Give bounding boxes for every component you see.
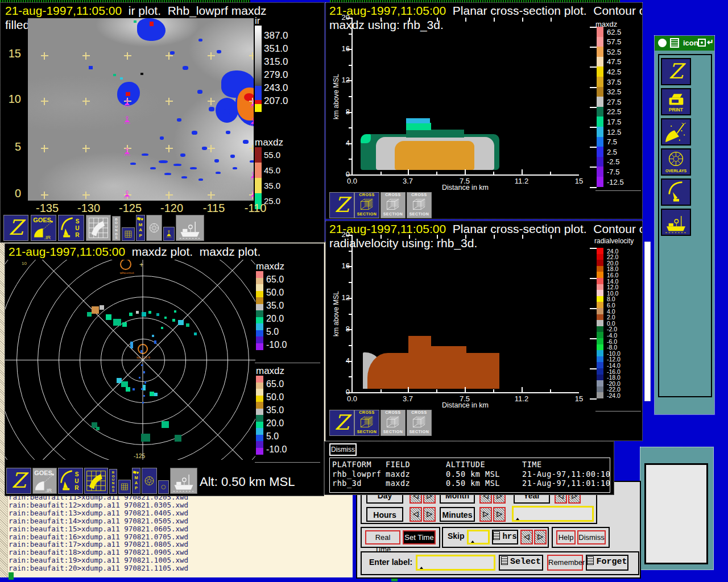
xsec-maxdz-colorbar-label: 32.5 <box>607 88 621 96</box>
table-dismiss-button[interactable]: Dismiss <box>329 443 357 456</box>
zeb-logo-button[interactable]: Z <box>3 215 28 241</box>
cross-label: CROSS <box>407 193 431 197</box>
x-tick-label: 3.7 <box>398 177 418 185</box>
small-grid-button[interactable] <box>118 480 131 494</box>
hours-back-button[interactable]: ◁ <box>410 507 422 522</box>
window-dot-button[interactable] <box>698 39 706 47</box>
contour-tower-22p5 <box>406 130 464 138</box>
minutes-back-button[interactable]: ▷ <box>479 507 492 522</box>
map-button[interactable]: MAP <box>136 215 145 241</box>
skip-field[interactable]: 1 <box>467 530 490 544</box>
range-circle-button[interactable] <box>158 480 169 494</box>
bounds-button[interactable]: BOUNDS <box>112 216 121 241</box>
terminal-line: rain:beaufait:20>xdump.a11 970821.1105.x… <box>9 564 188 572</box>
label-field-value: History Mode <box>433 570 477 571</box>
ship-button[interactable] <box>661 209 691 236</box>
xsec-maxdz-colorbar-segment <box>597 47 603 57</box>
svg-text:M: M <box>134 475 138 480</box>
ppi-radar-display[interactable]: 10 + who+m+t bc-125-9 -125 <box>5 260 255 460</box>
select-button[interactable]: Select <box>499 555 543 571</box>
radar-grid-button[interactable] <box>84 468 108 494</box>
time-field[interactable]: 21-Aug-97,11:05:00 <box>512 506 594 522</box>
ppi-colorbar-segment <box>256 336 263 343</box>
zeb-logo-button[interactable]: Z <box>329 410 354 436</box>
cross-section-button[interactable]: CROSSSECTION <box>407 192 432 218</box>
radar-echo <box>106 314 111 320</box>
real-time-button[interactable]: Real Time <box>365 530 400 544</box>
top-tick <box>380 18 382 22</box>
ir-title-text: ir plot. Rhb_lowprf maxdz <box>122 4 266 17</box>
surveillance-radar-icon: SUR <box>59 215 84 240</box>
xsec-maxdz-colorbar-segment <box>597 57 603 67</box>
svg-text:S: S <box>75 471 79 477</box>
window-menu-icon[interactable] <box>658 39 667 47</box>
print-button[interactable]: PRINT <box>661 88 691 115</box>
bounds-button[interactable]: BOUNDS <box>109 469 117 494</box>
control-dismiss-button[interactable]: Dismiss <box>577 530 606 544</box>
skip-forward-button[interactable]: ▷ <box>534 530 547 544</box>
xsec-maxdz-colorbar-label: 37.5 <box>607 78 621 86</box>
ir-satellite-image[interactable] <box>28 18 254 201</box>
window-restore-icon[interactable]: ↵ <box>707 38 714 47</box>
buoy-marker-icon <box>250 190 254 199</box>
hours-button[interactable]: Hours <box>366 507 403 522</box>
icon-window-titlebar[interactable]: icon ↵ <box>655 36 714 51</box>
cross-section-button[interactable]: CROSSSECTION <box>407 410 432 436</box>
help-button[interactable]: Help <box>556 530 576 544</box>
label-field[interactable]: History Mode <box>416 555 495 571</box>
zeb-logo-button[interactable]: Z <box>329 192 354 218</box>
colorbar-tick <box>590 127 597 128</box>
cross-section-button[interactable]: CROSSSECTION <box>354 192 379 218</box>
contour-2-tower <box>408 336 431 354</box>
small-grid-button[interactable] <box>122 227 135 241</box>
zeb-logo-button[interactable]: Z <box>6 468 31 494</box>
radar-dish-button[interactable] <box>661 178 691 206</box>
radar-echo <box>129 313 133 316</box>
ppi-title: 21-aug-1997,11:05:00 maxdz plot. maxdz p… <box>9 245 260 259</box>
goes-ir-button[interactable]: GOES.IR <box>31 215 56 241</box>
window-doc-icon[interactable] <box>670 38 679 48</box>
overlay-wheel-button[interactable] <box>142 468 157 494</box>
menu-icon <box>501 556 508 565</box>
overlays-button[interactable]: OVERLAYS <box>661 148 691 176</box>
forget-button[interactable]: Forget <box>586 555 628 571</box>
surveillance-radar-button[interactable]: SUR <box>58 215 84 241</box>
lon-label: -130 <box>71 202 107 215</box>
ship-button[interactable] <box>176 215 204 241</box>
overlay-wheel-button[interactable] <box>146 215 162 241</box>
goes-ir-button[interactable]: GOES.IR <box>32 468 57 494</box>
lat-label: 10 <box>5 93 21 106</box>
ppi-colorbar-label: 35.0 <box>266 405 284 415</box>
x-tick-label: 3.7 <box>398 394 418 403</box>
map-button[interactable]: MAP <box>132 468 140 494</box>
skip-back-button[interactable]: ◁ <box>520 530 533 544</box>
lat-label: 5 <box>5 140 21 153</box>
hours-forward-button[interactable]: ▷ <box>423 507 436 522</box>
radar-echo <box>136 311 139 314</box>
cross-section-button[interactable]: CROSSSECTION <box>354 410 379 436</box>
cross-section-button[interactable]: CROSSSECTION <box>380 410 406 436</box>
radar-grid-button[interactable] <box>86 215 111 241</box>
top-tick <box>409 235 410 239</box>
xsec-maxdz-colorbar-segment <box>597 157 603 167</box>
zeb-logo-button[interactable]: Z <box>661 58 691 85</box>
ir-colorbar-label: 243.0 <box>264 82 288 94</box>
minutes-forward-button[interactable]: ▷ <box>493 507 506 522</box>
surveillance-radar-button[interactable]: SUR <box>58 468 83 494</box>
terminal-line: rain:beaufait:13>xdump.a11 970821.0405.x… <box>9 509 188 517</box>
buoy-button[interactable] <box>163 227 175 241</box>
minutes-button[interactable]: Minutes <box>440 507 475 522</box>
y-axis-tick <box>349 345 352 346</box>
remember-button[interactable]: Remember <box>547 555 583 571</box>
ship-button[interactable] <box>170 468 197 494</box>
radar-echo <box>92 306 99 314</box>
skip-units-button[interactable]: hrs <box>492 530 518 544</box>
satellite-beam-button[interactable] <box>661 118 691 146</box>
cross-section-button[interactable]: CROSSSECTION <box>380 192 406 218</box>
xsec-radvel-colorbar-segment <box>597 362 603 368</box>
xsec-radvel-colorbar-segment <box>597 386 603 393</box>
svg-text:O: O <box>112 475 115 478</box>
terminal-line: rain:beaufait:17>xdump.a11 970821.0805.x… <box>9 540 188 548</box>
separator <box>255 363 320 363</box>
set-time-button[interactable]: Set Time <box>403 530 436 544</box>
